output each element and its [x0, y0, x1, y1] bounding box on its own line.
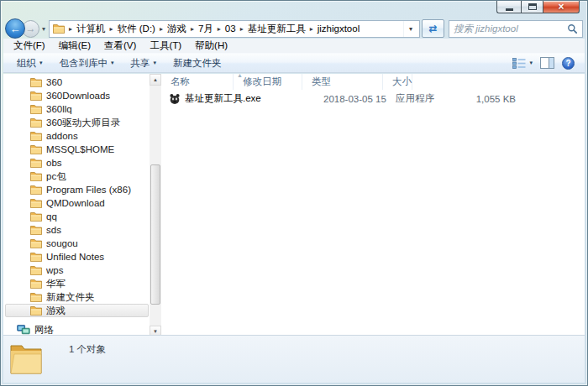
breadcrumb-segment[interactable]: ▸ jizhigxtool	[306, 21, 360, 37]
chevron-down-icon: ▾	[111, 60, 114, 66]
file-rows: 基址更新工具.exe 2018-03-05 15:30 应用程序 1,055 K…	[161, 91, 585, 106]
address-bar[interactable]: ▸ 计算机 ▸ 软件 (D:) ▸ 游戏 ▸ 7月 ▸ 03	[49, 20, 420, 38]
sidebar-folder-item[interactable]: 360	[3, 76, 149, 89]
sidebar-folder-item[interactable]: sds	[3, 223, 149, 237]
sidebar-folder-item[interactable]: 360Downloads	[3, 89, 149, 102]
breadcrumb-arrow-icon: ▸	[155, 25, 167, 33]
menu-item[interactable]: 编辑(E)	[52, 39, 97, 52]
chevron-down-icon: ▾	[529, 60, 533, 66]
folder-icon	[30, 185, 42, 195]
maximize-button[interactable]	[521, 1, 543, 13]
item-count: 1 个对象	[69, 343, 106, 356]
sidebar-scrollbar[interactable]: ▲ ▼	[150, 74, 161, 337]
forward-icon: →	[26, 23, 36, 34]
help-icon: ?	[565, 59, 570, 68]
file-type-cell: 应用程序	[386, 92, 455, 105]
menu-item[interactable]: 文件(F)	[7, 39, 52, 52]
file-size-cell: 1,055 KB	[455, 94, 536, 104]
menu-item[interactable]: 工具(T)	[143, 39, 188, 52]
content-area: 360 360Downloads	[3, 74, 585, 337]
sidebar-folder-item[interactable]: obs	[3, 156, 149, 170]
application-icon	[169, 93, 181, 105]
folder-icon	[30, 117, 42, 128]
breadcrumb-segment[interactable]: ▸ 7月	[186, 21, 213, 37]
column-header[interactable]: 类型	[302, 74, 383, 90]
details-pane: 1 个对象	[3, 335, 585, 383]
window-controls: ×	[496, 1, 580, 13]
command-buttons: 组织 ▾ 包含到库中 ▾ 共享 ▾ 新建文件夹	[8, 54, 230, 72]
close-icon: ×	[558, 2, 564, 12]
sidebar-folder-item[interactable]: MSSQL$HOME	[3, 143, 149, 156]
chevron-down-icon: ▾	[39, 60, 43, 66]
refresh-icon: ⇄	[428, 23, 437, 34]
file-row[interactable]: 基址更新工具.exe 2018-03-05 15:30 应用程序 1,055 K…	[161, 91, 585, 106]
view-controls: ▾ ?	[512, 57, 580, 70]
folder-icon	[30, 91, 42, 101]
sidebar-folder-item[interactable]: Unfiled Notes	[3, 250, 149, 263]
sidebar-folder-item[interactable]: 游戏	[5, 304, 149, 317]
breadcrumb-arrow-icon: ▸	[106, 25, 118, 33]
command-bar: 组织 ▾ 包含到库中 ▾ 共享 ▾ 新建文件夹	[3, 53, 585, 73]
navigation-pane: 360 360Downloads	[3, 74, 161, 337]
breadcrumb-segment[interactable]: ▸ 计算机	[65, 21, 106, 37]
column-header[interactable]: 大小	[383, 74, 412, 90]
file-name-cell: 基址更新工具.exe	[161, 92, 314, 105]
search-icon[interactable]	[567, 23, 578, 34]
folder-icon	[30, 238, 42, 248]
folder-icon	[30, 104, 42, 114]
change-view-button[interactable]: ▾	[512, 58, 533, 69]
navigation-bar: ← → ▾ ▸ 计算机 ▸ 软件 (D:) ▸ 游戏	[5, 18, 583, 39]
folder-icon	[30, 225, 42, 235]
file-list-pane: ▲ 名称修改日期类型大小	[161, 74, 585, 337]
minimize-icon	[506, 8, 513, 11]
close-button[interactable]: ×	[543, 1, 580, 13]
breadcrumb-segment[interactable]: ▸ 游戏	[155, 21, 186, 37]
sidebar-folder-item[interactable]: 360驱动大师目录	[3, 116, 149, 129]
recent-pages-dropdown[interactable]: ▾	[39, 25, 49, 33]
folder-icon	[53, 23, 65, 34]
folder-icon	[30, 131, 42, 141]
scrollbar-thumb[interactable]	[150, 164, 160, 305]
back-button[interactable]: ←	[5, 18, 25, 39]
toolbar-button[interactable]: 新建文件夹	[165, 54, 230, 72]
search-input[interactable]	[454, 23, 567, 34]
sidebar-folder-item[interactable]: pc包	[3, 170, 149, 183]
folder-icon	[30, 305, 42, 316]
breadcrumb-arrow-icon: ▸	[306, 25, 318, 33]
folder-large-icon	[9, 340, 43, 377]
help-button[interactable]: ?	[562, 57, 575, 70]
breadcrumb-arrow-icon: ▸	[213, 25, 225, 33]
preview-pane-button[interactable]	[540, 57, 554, 69]
folder-icon	[30, 252, 42, 262]
sidebar-folder-item[interactable]: 新建文件夹	[3, 290, 149, 304]
sidebar-folder-item[interactable]: sougou	[3, 237, 149, 250]
breadcrumb-segment[interactable]: ▸ 软件 (D:)	[106, 21, 155, 37]
toolbar-button[interactable]: 包含到库中 ▾	[51, 54, 123, 72]
folder-icon	[30, 77, 42, 87]
menu-item[interactable]: 帮助(H)	[188, 39, 234, 52]
views-icon	[512, 58, 526, 69]
folder-tree: 360 360Downloads	[3, 74, 161, 317]
column-header[interactable]: 名称	[161, 74, 234, 90]
folder-icon	[30, 144, 42, 154]
sidebar-folder-item[interactable]: wps	[3, 263, 149, 277]
column-header[interactable]: 修改日期	[234, 74, 302, 90]
refresh-button[interactable]: ⇄	[422, 19, 444, 38]
sidebar-folder-item[interactable]: QMDownload	[3, 196, 149, 210]
back-icon: ←	[10, 23, 21, 35]
breadcrumb: ▸ 计算机 ▸ 软件 (D:) ▸ 游戏 ▸ 7月 ▸ 03	[65, 21, 360, 37]
breadcrumb-segment[interactable]: ▸ 基址更新工具	[236, 21, 306, 37]
sidebar-folder-item[interactable]: 华军	[3, 277, 149, 290]
sidebar-folder-item[interactable]: 360llq	[3, 102, 149, 116]
address-history-dropdown[interactable]: ▾	[403, 21, 417, 37]
scroll-up-icon[interactable]: ▲	[150, 74, 161, 86]
sidebar-folder-item[interactable]: qq	[3, 210, 149, 223]
sidebar-folder-item[interactable]: addons	[3, 129, 149, 143]
minimize-button[interactable]	[496, 1, 521, 13]
toolbar-button[interactable]: 共享 ▾	[123, 54, 165, 72]
sidebar-folder-item[interactable]: Program Files (x86)	[3, 183, 149, 196]
breadcrumb-segment[interactable]: ▸ 03	[213, 21, 236, 37]
toolbar-button[interactable]: 组织 ▾	[8, 54, 51, 72]
search-box[interactable]	[449, 20, 583, 38]
menu-item[interactable]: 查看(V)	[97, 39, 143, 52]
